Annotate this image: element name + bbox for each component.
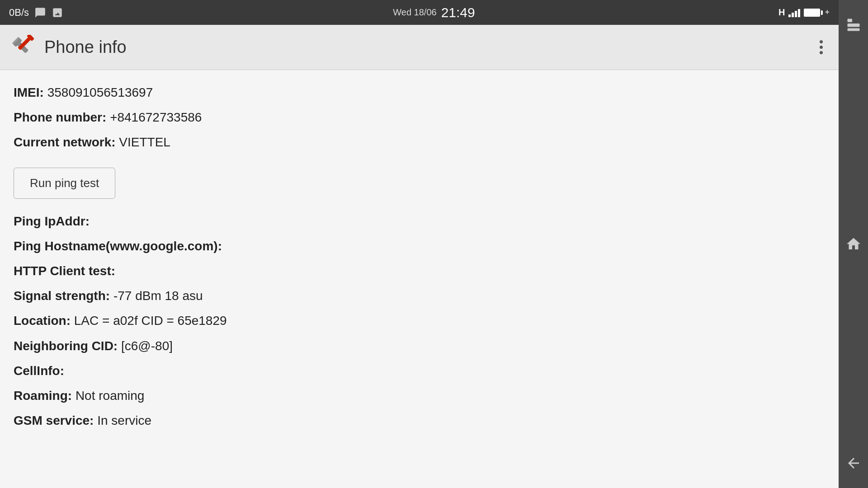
phone-info-content: IMEI: 358091056513697 Phone number: +841… [0,70,839,488]
battery-icon: + [804,8,830,17]
neighboring-cid-value: [c6@-80] [121,339,173,353]
gsm-service-label: GSM service: [14,413,94,427]
neighboring-cid-label: Neighboring CID: [14,339,118,353]
back-icon [845,455,862,471]
phone-number-value: +841672733586 [110,110,202,124]
home-button[interactable] [842,233,865,255]
ping-hostname-row: Ping Hostname(www.google.com): [14,237,825,255]
chat-icon [34,7,46,19]
status-bar-right: H + [778,7,830,18]
current-network-row: Current network: VIETTEL [14,133,825,151]
svg-rect-7 [847,28,859,31]
status-date: Wed 18/06 [393,7,436,18]
h-network-badge: H [778,7,785,18]
location-value: LAC = a02f CID = 65e1829 [74,314,227,328]
gsm-service-row: GSM service: In service [14,412,825,429]
cellinfo-row: CellInfo: [14,362,825,380]
status-bar-center: Wed 18/06 21:49 [393,5,475,20]
data-speed: 0B/s [9,7,29,19]
home-icon [845,236,862,252]
svg-rect-5 [847,19,852,23]
status-bar: 0B/s Wed 18/06 21:49 H [0,0,839,25]
more-menu-button[interactable] [815,36,827,59]
recent-apps-icon [845,17,862,33]
http-client-test-row: HTTP Client test: [14,262,825,280]
current-network-value: VIETTEL [119,135,170,149]
ping-ipaddr-label: Ping IpAddr: [14,214,90,228]
signal-strength-label: Signal strength: [14,289,110,303]
location-row: Location: LAC = a02f CID = 65e1829 [14,312,825,329]
right-sidebar [839,0,868,488]
ping-hostname-label: Ping Hostname(www.google.com): [14,239,222,253]
gsm-service-value: In service [97,413,151,427]
phone-info-icon [11,35,36,60]
app-bar: Phone info [0,25,839,70]
neighboring-cid-row: Neighboring CID: [c6@-80] [14,337,825,355]
imei-row: IMEI: 358091056513697 [14,84,825,101]
signal-strength-icon [788,8,800,17]
image-icon [52,7,63,19]
imei-label: IMEI: [14,85,44,99]
location-label: Location: [14,314,71,328]
roaming-value: Not roaming [75,389,145,403]
phone-number-row: Phone number: +841672733586 [14,108,825,126]
more-dot-1 [820,40,823,43]
svg-rect-6 [847,23,859,27]
signal-strength-row: Signal strength: -77 dBm 18 asu [14,287,825,305]
more-dot-2 [820,46,823,49]
ping-ipaddr-row: Ping IpAddr: [14,212,825,230]
back-button[interactable] [842,452,865,474]
status-time: 21:49 [441,5,475,20]
roaming-row: Roaming: Not roaming [14,387,825,404]
recent-apps-button[interactable] [842,14,865,36]
more-dot-3 [820,51,823,54]
cellinfo-label: CellInfo: [14,364,64,378]
http-client-test-label: HTTP Client test: [14,264,115,278]
roaming-label: Roaming: [14,389,72,403]
signal-strength-value: -77 dBm 18 asu [113,289,203,303]
current-network-label: Current network: [14,135,116,149]
run-ping-test-button[interactable]: Run ping test [14,168,115,199]
app-title: Phone info [44,38,815,57]
imei-value: 358091056513697 [47,85,153,99]
phone-number-label: Phone number: [14,110,106,124]
